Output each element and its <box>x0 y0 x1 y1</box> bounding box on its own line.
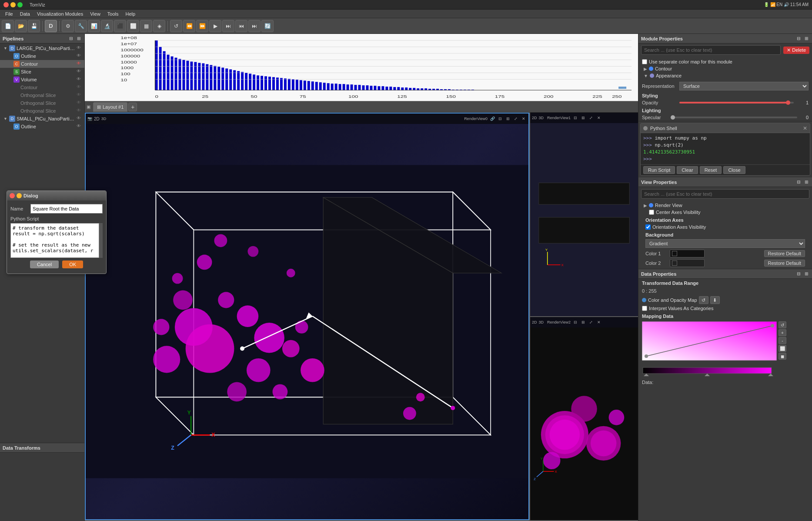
dialog-script-label: Python Script <box>10 216 103 221</box>
dialog-min-btn[interactable] <box>17 193 22 198</box>
dialog-name-label: Name <box>10 206 28 211</box>
dialog-script-section: Python Script # transform the dataset re… <box>10 216 103 258</box>
dialog-name-input[interactable] <box>30 204 103 214</box>
dialog-cancel-button[interactable]: Cancel <box>30 260 59 268</box>
dialog-ok-button[interactable]: OK <box>62 260 83 268</box>
dialog-content: Name Python Script # transform the datas… <box>7 200 106 274</box>
dialog-title: Dialog <box>23 193 38 198</box>
dialog-script-container: # transform the dataset result = np.sqrt… <box>10 223 103 258</box>
dialog-titlebar: Dialog <box>7 191 106 200</box>
dialog-script-textarea[interactable]: # transform the dataset result = np.sqrt… <box>10 223 99 258</box>
dialog-name-row: Name <box>10 204 103 214</box>
dialog-box: Dialog Name Python Script # transform th… <box>7 190 107 274</box>
dialog-overlay: Dialog Name Python Script # transform th… <box>0 0 812 521</box>
dialog-close-btn[interactable] <box>10 193 15 198</box>
dialog-scrollbar[interactable] <box>99 223 103 258</box>
dialog-buttons: Cancel OK <box>10 258 103 270</box>
